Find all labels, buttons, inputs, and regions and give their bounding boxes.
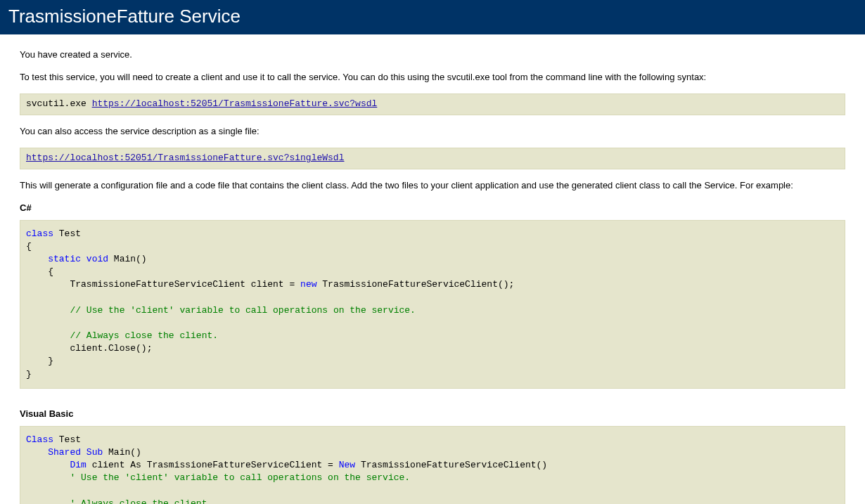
page-content: You have created a service. To test this… [0, 34, 865, 504]
indent [26, 498, 70, 504]
wsdl-link[interactable]: https://localhost:52051/TrasmissioneFatt… [92, 98, 378, 109]
kw-void: void [86, 254, 108, 264]
intro-created: You have created a service. [20, 49, 845, 61]
client-instructions: This will generate a configuration file … [20, 179, 845, 192]
indent [26, 356, 48, 366]
single-wsdl-box: https://localhost:52051/TrasmissioneFatt… [20, 148, 845, 169]
indent [26, 254, 48, 264]
cm-use: // Use the 'client' variable to call ope… [70, 305, 415, 316]
cm-close: ' Always close the client. [70, 498, 212, 504]
kw-sub: Sub [86, 447, 103, 458]
svcutil-command-box: svcutil.exe https://localhost:52051/Tras… [20, 93, 845, 115]
brace-close: } [26, 369, 32, 380]
indent [26, 343, 70, 354]
csharp-label: C# [20, 202, 845, 213]
page-header: TrasmissioneFatture Service [0, 0, 865, 34]
single-wsdl-link[interactable]: https://localhost:52051/TrasmissioneFatt… [26, 153, 344, 163]
csharp-code-block: class Test { static void Main() { Trasmi… [20, 220, 845, 389]
client-ctor: TrasmissioneFattureServiceClient() [355, 460, 547, 470]
kw-dim: Dim [70, 460, 86, 470]
client-ctor: TrasmissioneFattureServiceClient(); [316, 279, 514, 290]
txt-close: client.Close(); [70, 343, 152, 354]
kw-class: Class [26, 434, 53, 445]
indent [26, 460, 70, 470]
txt-main: Main() [108, 254, 147, 264]
kw-class: class [26, 228, 53, 239]
client-decl: TrasmissioneFattureServiceClient client … [70, 279, 300, 290]
txt-test: Test [53, 228, 81, 239]
indent [26, 266, 48, 277]
txt-main: Main() [103, 447, 141, 458]
page-title: TrasmissioneFatture Service [8, 6, 857, 27]
svcutil-prefix: svcutil.exe [26, 98, 92, 109]
txt-test: Test [53, 434, 81, 445]
vb-code-block: Class Test Shared Sub Main() Dim client … [20, 426, 845, 504]
indent [26, 447, 48, 458]
indent [26, 330, 70, 341]
single-file-intro: You can also access the service descript… [20, 125, 845, 138]
vb-label: Visual Basic [20, 408, 845, 419]
indent [26, 305, 70, 316]
kw-shared: Shared [48, 447, 81, 458]
indent [26, 279, 70, 290]
kw-new: New [339, 460, 355, 470]
kw-static: static [48, 254, 81, 264]
brace-open: { [26, 241, 32, 252]
indent [26, 472, 70, 483]
cm-use: ' Use the 'client' variable to call oper… [70, 472, 410, 483]
client-as: client As TrasmissioneFattureServiceClie… [86, 460, 339, 470]
brace-open2: { [48, 266, 53, 277]
kw-new: new [300, 279, 316, 290]
brace-close2: } [48, 356, 53, 366]
cm-close: // Always close the client. [70, 330, 218, 341]
intro-test-instructions: To test this service, you will need to c… [20, 71, 845, 84]
